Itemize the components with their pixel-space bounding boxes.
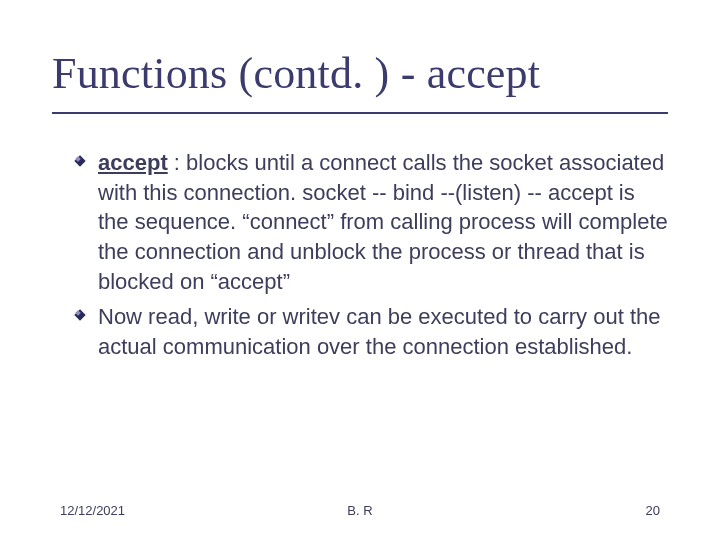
diamond-bullet-icon: [74, 309, 86, 321]
bullet-item: Now read, write or writev can be execute…: [98, 302, 668, 361]
slide-title: Functions (contd. ) - accept: [52, 48, 672, 99]
diamond-bullet-icon: [74, 155, 86, 167]
footer-page-number: 20: [646, 503, 660, 518]
content-body: accept : blocks until a connect calls th…: [98, 148, 668, 368]
accept-keyword: accept: [98, 150, 168, 175]
bullet-text: : blocks until a connect calls the socke…: [98, 150, 668, 294]
slide: Functions (contd. ) - accept accept : bl…: [0, 0, 720, 540]
footer-author: B. R: [0, 503, 720, 518]
title-underline: [52, 112, 668, 114]
bullet-text: Now read, write or writev can be execute…: [98, 304, 660, 359]
bullet-item: accept : blocks until a connect calls th…: [98, 148, 668, 296]
